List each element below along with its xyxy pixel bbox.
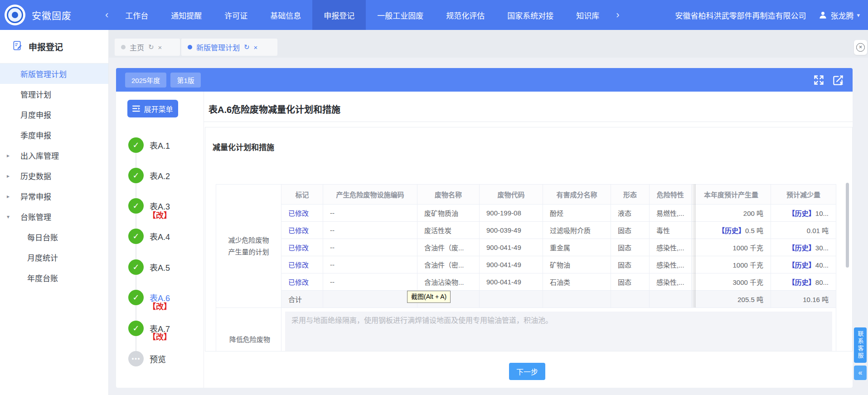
reduction-plan-table: 减少危险废物产生量的计划 标记 产生危险废物设施编码 废物名称 废物代码 有害成… [216, 184, 836, 351]
scrollbar-thumb[interactable] [846, 183, 849, 268]
tab-status-dot [121, 45, 126, 49]
history-tag[interactable]: 【历史】 [788, 261, 815, 269]
modified-link[interactable]: 已修改 [288, 210, 309, 217]
tab-close-icon[interactable]: × [158, 44, 162, 51]
step-changed-flag: 【改】 [148, 300, 171, 312]
tab-home[interactable]: 主页 ↻ × [115, 39, 180, 56]
close-all-tabs-button[interactable]: × [854, 40, 867, 55]
sidebar-item-daily-ledger[interactable]: 每日台账 [0, 227, 108, 247]
circled-close-icon: × [856, 43, 865, 52]
col-waste-name: 废物名称 [417, 185, 480, 205]
caret-right-icon: ▸ [7, 193, 10, 200]
next-step-button[interactable]: 下一步 [509, 363, 545, 380]
fullscreen-icon[interactable] [813, 74, 825, 86]
tab-refresh-icon[interactable]: ↻ [244, 43, 250, 51]
panel-divider [204, 92, 204, 388]
col-hazard: 危险特性 [650, 185, 692, 205]
edit-cancel-icon[interactable] [832, 74, 844, 86]
year-badge: 2025年度 [125, 73, 166, 88]
navbar-right: 安徽省柏科洪武零部件再制造有限公司 张龙腾 ▾ [675, 10, 868, 21]
step-check-icon: ✓ [128, 321, 144, 336]
modified-link[interactable]: 已修改 [288, 261, 309, 269]
user-name: 张龙腾 [830, 10, 853, 21]
sidebar-item-annual-ledger[interactable]: 年度台账 [0, 268, 108, 288]
sidebar-item-inventory-management[interactable]: ▸出入库管理 [0, 145, 108, 166]
expand-menu-button[interactable]: 展开菜单 [127, 100, 178, 117]
table-row: 已修改 -- 含油沾染物... 900-041-49 石油类 固态 感染性,..… [216, 273, 836, 291]
step-pending-dots-icon: ●●● [128, 351, 144, 366]
caret-right-icon: ▸ [7, 152, 10, 159]
measures-textarea[interactable]: 采用与地面绝缘隔离，使用钢板进行满焊铺设地面及使用专用输油管道，积油池。 [285, 312, 832, 351]
nav-scroll-left-icon[interactable]: ‹ [100, 9, 114, 21]
sidebar-item-ledger-management[interactable]: ▾台账管理 [0, 206, 108, 227]
contact-support-button[interactable]: 联系客服 [854, 327, 867, 363]
brand-title: 安徽固废 [32, 8, 100, 22]
step-table-a5[interactable]: ✓表A.5 [128, 259, 170, 275]
sidebar-item-history-data[interactable]: ▸历史数据 [0, 166, 108, 186]
step-check-icon: ✓ [128, 229, 144, 244]
sidebar-item-monthly-statistics[interactable]: 月度统计 [0, 247, 108, 268]
nav-item-knowledge-base[interactable]: 知识库 [565, 0, 611, 30]
nav-item-standardization-assessment[interactable]: 规范化评估 [435, 0, 496, 30]
nav-item-general-industrial-waste[interactable]: 一般工业固废 [366, 0, 435, 30]
sidebar-header: 申报登记 [0, 30, 108, 63]
history-tag[interactable]: 【历史】 [718, 227, 745, 234]
row-group2-label: 降低危险废物 [216, 308, 281, 352]
step-changed-flag: 【改】 [148, 331, 171, 342]
col-form: 形态 [611, 185, 650, 205]
collapse-sidebar-button[interactable]: « [854, 366, 867, 380]
plan-toolbar: 2025年度 第1版 [116, 68, 853, 92]
step-check-icon: ✓ [128, 168, 144, 183]
modified-link[interactable]: 已修改 [288, 244, 309, 252]
nav-item-national-system[interactable]: 国家系统对接 [496, 0, 565, 30]
sidebar-title: 申报登记 [29, 40, 63, 53]
nav-item-notifications[interactable]: 通知提醒 [160, 0, 213, 30]
nav-item-workbench[interactable]: 工作台 [114, 0, 160, 30]
history-tag[interactable]: 【历史】 [788, 244, 815, 252]
user-icon [819, 11, 827, 20]
step-check-icon: ✓ [128, 259, 144, 275]
sidebar-item-management-plan[interactable]: 管理计划 [0, 84, 108, 104]
left-sidebar: 申报登记 新版管理计划 管理计划 月度申报 季度申报 ▸出入库管理 ▸历史数据 … [0, 30, 109, 395]
col-harmful-component: 有害成分名称 [543, 185, 611, 205]
history-tag[interactable]: 【历史】 [788, 278, 815, 286]
sidebar-item-abnormal-declaration[interactable]: ▸异常申报 [0, 186, 108, 206]
total-label: 合计 [281, 291, 323, 308]
nav-item-basic-info[interactable]: 基础信息 [259, 0, 312, 30]
tab-refresh-icon[interactable]: ↻ [148, 43, 154, 51]
user-menu[interactable]: 张龙腾 ▾ [819, 10, 860, 21]
modified-link[interactable]: 已修改 [288, 227, 309, 234]
step-table-a2[interactable]: ✓表A.2 [128, 168, 170, 183]
user-dropdown-icon: ▾ [857, 12, 860, 19]
content-card: 2025年度 第1版 展开菜单 ✓表A.1 ✓表A.2 ✓表A.3 【改】 [116, 68, 853, 388]
app-logo-icon [5, 5, 25, 25]
title-divider [204, 122, 853, 122]
nav-item-license[interactable]: 许可证 [213, 0, 259, 30]
tab-new-management-plan[interactable]: 新版管理计划 ↻ × [181, 39, 277, 56]
sidebar-item-monthly-declaration[interactable]: 月度申报 [0, 104, 108, 125]
step-preview[interactable]: ●●●预览 [128, 351, 166, 366]
nav-scroll-right-icon[interactable]: › [611, 9, 625, 21]
table-total-row: 合计 205.5 吨 10.16 吨 [216, 291, 836, 308]
step-table-a4[interactable]: ✓表A.4 [128, 229, 170, 244]
declaration-doc-icon [12, 40, 23, 53]
step-changed-flag: 【改】 [148, 209, 171, 220]
total-reduce: 10.16 吨 [771, 291, 836, 308]
col-mark: 标记 [281, 185, 323, 205]
step-table-a1[interactable]: ✓表A.1 [128, 137, 170, 153]
company-name: 安徽省柏科洪武零部件再制造有限公司 [675, 10, 806, 21]
modified-link[interactable]: 已修改 [288, 278, 309, 286]
nav-item-declaration[interactable]: 申报登记 [312, 0, 366, 30]
main-page: 2025年度 第1版 展开菜单 ✓表A.1 ✓表A.2 ✓表A.3 【改】 [109, 58, 868, 395]
sidebar-item-quarterly-declaration[interactable]: 季度申报 [0, 125, 108, 145]
history-tag[interactable]: 【历史】 [788, 210, 815, 217]
col-expected-reduction: 预计减少量 [771, 185, 836, 205]
sidebar-item-new-management-plan[interactable]: 新版管理计划 [0, 63, 108, 84]
table-header-row: 减少危险废物产生量的计划 标记 产生危险废物设施编码 废物名称 废物代码 有害成… [216, 185, 836, 205]
tab-status-dot [188, 45, 192, 49]
top-nav-menu: 工作台 通知提醒 许可证 基础信息 申报登记 一般工业固废 规范化评估 国家系统… [114, 0, 611, 30]
table-row: 已修改 -- 含油件（密... 900-041-49 矿物油 固态 感染性,..… [216, 256, 836, 273]
tab-label: 新版管理计划 [196, 42, 240, 53]
table-group2-row: 降低危险废物 采用与地面绝缘隔离，使用钢板进行满焊铺设地面及使用专用输油管道，积… [216, 308, 836, 352]
tab-close-icon[interactable]: × [254, 44, 258, 51]
